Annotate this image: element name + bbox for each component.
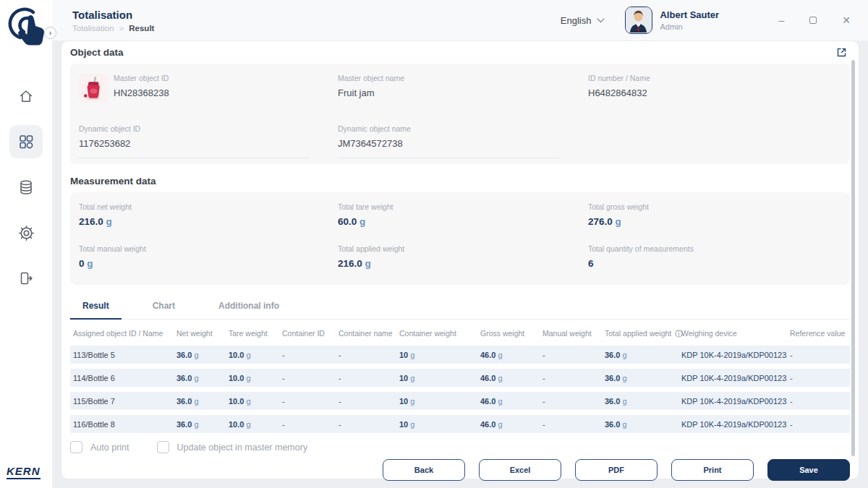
field-id-number-name: ID number / Name H6482864832 bbox=[588, 74, 841, 110]
sidebar-item-database[interactable] bbox=[9, 171, 43, 204]
language-selector[interactable]: English bbox=[561, 15, 605, 26]
table-cell: - bbox=[336, 397, 396, 406]
excel-button[interactable]: Excel bbox=[479, 459, 561, 481]
field-master-object-id: Master object ID HN28368238 bbox=[79, 74, 338, 110]
options-row: Auto print Update object in master memor… bbox=[70, 441, 850, 453]
field-total-applied-weight: Total applied weight 216.0 g bbox=[338, 244, 588, 269]
table-row[interactable]: 113/Bottle 536.0 g10.0 g--10 g46.0 g-36.… bbox=[70, 346, 850, 364]
table-cell: 10 g bbox=[396, 351, 477, 359]
table-row[interactable]: 114/Bottle 636.0 g10.0 g--10 g46.0 g-36.… bbox=[70, 369, 850, 387]
tab-additional-info[interactable]: Additional info bbox=[206, 295, 292, 320]
pdf-button[interactable]: PDF bbox=[575, 459, 658, 481]
table-cell: - bbox=[540, 397, 602, 406]
table-cell: 10 g bbox=[396, 420, 477, 429]
tab-bar: Result Chart Additional info bbox=[70, 295, 850, 320]
sidebar-item-apps[interactable] bbox=[9, 125, 43, 158]
expand-view-button[interactable] bbox=[836, 47, 847, 60]
field-dynamic-object-name: Dynamic object name JM7364572738 bbox=[338, 124, 559, 158]
field-label: Master object name bbox=[338, 74, 588, 82]
field-dynamic-object-id: Dynamic object ID 1176253682 bbox=[79, 124, 309, 158]
jam-jar-icon bbox=[82, 76, 104, 100]
table-cell: 36.0 g bbox=[174, 397, 226, 406]
vertical-scrollbar[interactable] bbox=[851, 60, 855, 456]
object-data-heading: Object data bbox=[70, 47, 850, 58]
table-cell: KDP 10K-4-2019a/KDP001232 bbox=[678, 351, 787, 359]
checkbox-box[interactable] bbox=[157, 441, 169, 453]
field-total-gross-weight: Total gross weight 276.0 g bbox=[588, 202, 841, 227]
minimize-button[interactable]: – bbox=[778, 15, 784, 25]
database-icon bbox=[18, 179, 34, 195]
field-label: Total manual weight bbox=[79, 244, 338, 253]
language-label: English bbox=[561, 15, 592, 26]
table-cell: 10.0 g bbox=[226, 397, 279, 406]
field-label: ID number / Name bbox=[588, 74, 841, 82]
field-label: Total gross weight bbox=[588, 202, 841, 211]
table-cell: 113/Bottle 5 bbox=[70, 351, 174, 359]
topbar: Totalisation Totalisation>Result English bbox=[52, 0, 868, 40]
field-value: 0 g bbox=[79, 258, 338, 269]
table-cell: - bbox=[787, 374, 850, 382]
column-header: Weighing device bbox=[678, 329, 787, 339]
sidebar-nav bbox=[0, 80, 52, 295]
table-cell: KDP 10K-4-2019a/KDP001232 bbox=[678, 397, 787, 406]
table-cell: 114/Bottle 6 bbox=[70, 374, 174, 382]
field-total-tare-weight: Total tare weight 60.0 g bbox=[338, 202, 588, 227]
table-row[interactable]: 115/Bottle 736.0 g10.0 g--10 g46.0 g-36.… bbox=[70, 392, 850, 410]
tab-result[interactable]: Result bbox=[70, 295, 122, 320]
action-buttons: Back Excel PDF Print Save bbox=[70, 459, 850, 481]
table-cell: 10.0 g bbox=[226, 351, 279, 359]
sidebar-expand-button[interactable]: › bbox=[44, 27, 56, 39]
tab-chart[interactable]: Chart bbox=[140, 295, 187, 320]
table-cell: - bbox=[540, 374, 602, 382]
field-label: Total tare weight bbox=[338, 202, 588, 211]
table-cell: KDP 10K-4-2019a/KDP001232 bbox=[678, 374, 787, 382]
save-button[interactable]: Save bbox=[767, 459, 850, 481]
gear-icon bbox=[18, 225, 35, 241]
table-cell: - bbox=[279, 374, 336, 382]
field-value: 60.0 g bbox=[338, 216, 588, 227]
column-header: Manual weight bbox=[540, 329, 602, 339]
expand-icon bbox=[836, 47, 847, 58]
print-button[interactable]: Print bbox=[671, 459, 754, 481]
table-row[interactable]: 116/Bottle 836.0 g10.0 g--10 g46.0 g-36.… bbox=[70, 415, 850, 433]
back-button[interactable]: Back bbox=[383, 459, 465, 481]
avatar[interactable] bbox=[625, 7, 652, 34]
user-info[interactable]: Albert Sauter Admin bbox=[660, 9, 729, 31]
table-header-row: Assigned object ID / NameNet weightTare … bbox=[70, 320, 850, 346]
column-header: Container name bbox=[336, 329, 396, 339]
table-cell: 36.0 g bbox=[602, 351, 678, 359]
table-cell: - bbox=[787, 420, 850, 429]
sidebar: › bbox=[0, 0, 52, 488]
checkbox-update-master-memory[interactable]: Update object in master memory bbox=[157, 441, 308, 453]
table-cell: - bbox=[787, 397, 850, 406]
breadcrumb: Totalisation>Result bbox=[72, 24, 154, 33]
field-label: Dynamic object ID bbox=[79, 124, 309, 133]
table-cell: - bbox=[540, 420, 602, 429]
field-value: 276.0 g bbox=[588, 216, 841, 227]
column-header: Container ID bbox=[279, 329, 336, 339]
sidebar-item-home[interactable] bbox=[9, 80, 43, 113]
sidebar-item-settings[interactable] bbox=[9, 216, 43, 249]
sidebar-item-logout[interactable] bbox=[9, 262, 43, 295]
column-header: Tare weight bbox=[226, 329, 279, 339]
table-cell: 36.0 g bbox=[174, 420, 226, 429]
field-label: Total applied weight bbox=[338, 244, 588, 253]
checkbox-auto-print[interactable]: Auto print bbox=[70, 441, 129, 453]
table-body: 113/Bottle 536.0 g10.0 g--10 g46.0 g-36.… bbox=[70, 346, 850, 433]
table-cell: 36.0 g bbox=[602, 374, 678, 382]
table-cell: 36.0 g bbox=[602, 420, 678, 429]
table-cell: - bbox=[787, 351, 850, 359]
field-value: JM7364572738 bbox=[338, 138, 559, 149]
maximize-button[interactable] bbox=[809, 17, 817, 24]
table-cell: - bbox=[336, 374, 396, 382]
measurement-data-heading: Measurement data bbox=[70, 176, 850, 187]
breadcrumb-separator: > bbox=[119, 24, 124, 33]
table-cell: 36.0 g bbox=[602, 397, 678, 406]
table-cell: 10 g bbox=[396, 397, 477, 406]
home-icon bbox=[18, 88, 34, 104]
close-button[interactable]: ✕ bbox=[842, 15, 851, 25]
breadcrumb-parent[interactable]: Totalisation bbox=[72, 24, 114, 33]
checkbox-box[interactable] bbox=[70, 441, 82, 453]
breadcrumb-current: Result bbox=[129, 24, 154, 33]
app-window: › bbox=[0, 0, 868, 488]
